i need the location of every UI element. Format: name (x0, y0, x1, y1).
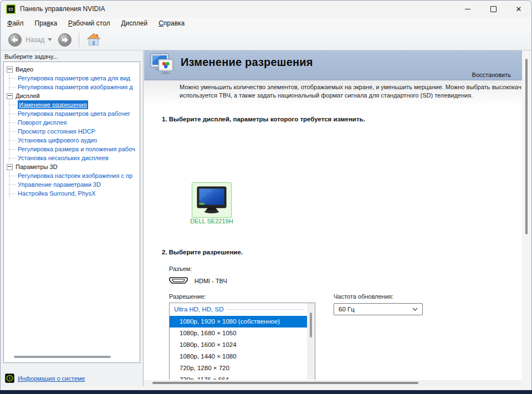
tree-item-desktop-color[interactable]: Регулировка параметров цвета рабочег (9, 109, 140, 118)
resolution-label: Разрешение: (169, 293, 206, 300)
tree-item-hdcp-status[interactable]: Просмотр состояния HDCP (9, 127, 140, 136)
window-chrome: Панель управления NVIDIA ✕ Файл Правка Р… (0, 0, 532, 390)
tree-item-video-image[interactable]: Регулировка параметров изображения д (9, 83, 140, 91)
navigation-toolbar: Назад (1, 29, 531, 50)
page-header-band: Изменение разрешения Восстановить (144, 50, 522, 80)
refresh-rate-label: Частота обновления: (334, 293, 393, 300)
maximize-icon (490, 6, 497, 12)
tree-item-manage-3d[interactable]: Управление параметрами 3D (9, 180, 140, 189)
nvidia-control-panel-window: Панель управления NVIDIA ✕ Файл Правка Р… (0, 0, 532, 394)
resolution-option[interactable]: 720p, 1280 × 720 (170, 362, 307, 374)
tree-group-3d: Регулировка настроек изображения с пр Уп… (9, 171, 140, 198)
menu-help[interactable]: Справка (157, 18, 186, 28)
connector-row: HDMI - ТВЧ (169, 277, 227, 285)
window-body: Выберите задачу... Видео Регулировка пар… (1, 50, 531, 386)
close-button[interactable]: ✕ (506, 1, 531, 17)
system-info-row: Информация о системе (5, 373, 85, 383)
page-description: Можно уменьшить количество элементов, от… (144, 80, 522, 104)
step2-heading: 2. Выберите разрешение. (162, 249, 243, 255)
resolution-option[interactable]: 1080p, 1680 × 1050 (170, 328, 307, 339)
window-title: Панель управления NVIDIA (20, 5, 105, 13)
tree-node-3d-settings[interactable]: Параметры 3D (4, 162, 140, 171)
resolution-group-header: Ultra HD, HD, SD (170, 303, 307, 316)
connector-value: HDMI - ТВЧ (195, 278, 227, 284)
desktop-edge (0, 390, 532, 394)
tree-item-change-resolution[interactable]: Изменение разрешения (9, 100, 140, 109)
scrollbar-thumb[interactable] (310, 313, 312, 337)
back-label: Назад (25, 36, 44, 44)
nvidia-app-icon (6, 4, 16, 14)
collapse-icon[interactable] (7, 66, 13, 73)
tree-item-video-color[interactable]: Регулировка параметров цвета для вид (9, 74, 140, 83)
main-pane: Изменение разрешения Восстановить Можно … (144, 50, 531, 386)
resolution-option-native[interactable]: 1080p, 1920 × 1080 (собственное) (170, 316, 307, 328)
step1-heading: 1. Выберите дисплей, параметры которого … (162, 116, 365, 122)
home-button[interactable] (86, 33, 101, 47)
minimize-icon (465, 9, 470, 9)
tree-item-surround-physx[interactable]: Настройка Surround, PhysX (9, 189, 140, 198)
maximize-button[interactable] (480, 1, 506, 17)
tree-item-image-preview[interactable]: Регулировка настроек изображения с пр (9, 171, 140, 180)
restore-button[interactable]: Восстановить (472, 71, 511, 78)
home-icon (87, 33, 100, 46)
resolution-list-scrollbar[interactable] (307, 303, 315, 380)
refresh-rate-dropdown[interactable]: 60 Гц (334, 303, 423, 315)
collapse-icon[interactable] (7, 164, 13, 170)
window-controls: ✕ (455, 1, 531, 17)
main-vertical-scrollbar[interactable] (522, 50, 531, 386)
tree-item-rotate-display[interactable]: Поворот дисплея (9, 118, 140, 127)
resolution-option[interactable]: 1080p, 1440 × 1080 (170, 351, 307, 362)
tree-node-display[interactable]: Дисплей (4, 91, 140, 100)
system-info-link[interactable]: Информация о системе (18, 375, 85, 382)
menu-bar: Файл Правка Рабочий стол Дисплей Справка (1, 17, 531, 29)
task-sidebar: Выберите задачу... Видео Регулировка пар… (1, 50, 144, 386)
hdmi-connector-icon (169, 277, 188, 285)
main-horizontal-scrollbar[interactable] (144, 380, 522, 386)
refresh-rate-value: 60 Гц (339, 306, 412, 313)
scrollbar-thumb[interactable] (525, 59, 528, 234)
chevron-down-icon (412, 308, 418, 311)
back-button[interactable] (8, 33, 22, 47)
tree-group-video: Регулировка параметров цвета для вид Рег… (9, 74, 140, 91)
menu-file[interactable]: Файл (6, 18, 25, 28)
resolution-option[interactable]: 720p, 1176 × 664 (170, 374, 307, 380)
tree-horizontal-scrollbar[interactable] (14, 356, 111, 358)
collapse-icon[interactable] (7, 93, 13, 99)
description-line-1: Можно уменьшить количество элементов, от… (180, 84, 522, 90)
menu-desktop[interactable]: Рабочий стол (66, 18, 111, 28)
tree-item-multiple-displays[interactable]: Установка нескольких дисплеев (9, 153, 140, 162)
tree-node-video[interactable]: Видео (4, 65, 140, 74)
page-title: Изменение разрешения (181, 56, 313, 69)
close-icon: ✕ (516, 6, 522, 13)
scrollbar-thumb[interactable] (152, 382, 418, 384)
resolution-listbox: Ultra HD, HD, SD 1080p, 1920 × 1080 (соб… (169, 303, 315, 380)
menu-edit[interactable]: Правка (33, 18, 59, 28)
page-content: 1. Выберите дисплей, параметры которого … (144, 104, 522, 380)
connector-label: Разъем: (169, 265, 192, 272)
display-settings-icon (150, 53, 178, 78)
minimize-button[interactable] (455, 1, 480, 17)
menu-display[interactable]: Дисплей (119, 18, 149, 28)
tree-item-digital-audio[interactable]: Установка цифрового аудио (9, 136, 140, 145)
tree-group-display: Изменение разрешения Регулировка парамет… (9, 100, 140, 162)
tree-item-size-position[interactable]: Регулировка размера и положения рабоч (9, 145, 140, 153)
back-history-dropdown-icon[interactable] (48, 38, 52, 41)
forward-button[interactable] (58, 33, 72, 47)
system-info-icon (5, 373, 14, 383)
toolbar-separator (79, 33, 79, 47)
display-tile-selected[interactable] (192, 182, 232, 218)
display-name-label: DELL SE2219H (180, 218, 244, 224)
monitor-icon (196, 186, 228, 214)
title-bar: Панель управления NVIDIA ✕ (1, 1, 531, 17)
resolution-option[interactable]: 1080p, 1600 × 1024 (170, 339, 307, 351)
description-line-2: используется ТВЧ, а также задать национа… (180, 92, 522, 99)
task-tree: Видео Регулировка параметров цвета для в… (3, 62, 140, 363)
sidebar-header: Выберите задачу... (4, 53, 58, 60)
